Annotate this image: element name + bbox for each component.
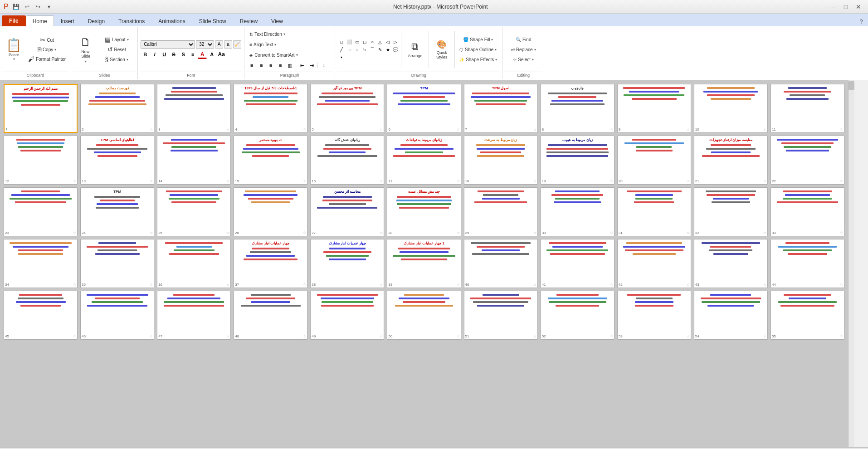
paste-button[interactable]: 📋 Paste ▾	[3, 35, 25, 64]
shape-callout[interactable]: 💬	[392, 46, 399, 53]
tab-design[interactable]: Design	[81, 15, 112, 26]
slide-thumb-40[interactable]: 40☆	[464, 239, 538, 288]
slide-thumb-38[interactable]: چهار عملیات انبار مشارک38☆	[310, 239, 384, 288]
slide-thumb-22[interactable]: 22☆	[770, 136, 844, 185]
slide-thumb-12[interactable]: 12☆	[4, 136, 78, 185]
slide-thumb-45[interactable]: 45☆	[4, 291, 78, 340]
shape-curve[interactable]: ⌒	[369, 46, 376, 53]
slide-thumb-18[interactable]: زیان مربوط به سرعت18☆	[464, 136, 538, 185]
slide-thumb-44[interactable]: 44☆	[770, 239, 844, 288]
copy-button[interactable]: ⎘ Copy ▾	[26, 45, 68, 54]
col-layout-button[interactable]: ▥	[285, 61, 294, 70]
slide-thumb-37[interactable]: چهار عملیات انبار مشارک37☆	[234, 239, 307, 288]
slide-thumb-47[interactable]: 47☆	[157, 291, 231, 340]
shape-rect2[interactable]: ⬜	[346, 38, 353, 45]
slide-thumb-20[interactable]: 20☆	[617, 136, 691, 185]
help-button[interactable]: ?	[856, 16, 866, 26]
shape-oval[interactable]: ○	[369, 38, 376, 45]
shape-more[interactable]: ▷	[392, 38, 399, 45]
text-direction-button[interactable]: ⇅ Text Direction ▾	[247, 29, 328, 39]
slide-thumb-17[interactable]: زیانهای مربوط به توقفات17☆	[387, 136, 461, 185]
reset-button[interactable]: ↺ Reset	[98, 45, 135, 54]
tab-review[interactable]: Review	[233, 15, 264, 26]
tab-insert[interactable]: Insert	[54, 15, 81, 26]
slide-thumb-11[interactable]: 11☆	[770, 84, 844, 133]
font-color-button[interactable]: A	[198, 50, 207, 59]
shape-double-arrow[interactable]: ↔	[353, 46, 361, 53]
slide-thumb-49[interactable]: 49☆	[310, 291, 384, 340]
slide-thumb-1[interactable]: بسم الله الرحمن الرحیم1	[4, 84, 78, 133]
slide-thumb-50[interactable]: 50☆	[387, 291, 461, 340]
tab-file[interactable]: File	[2, 15, 26, 26]
tab-slide-show[interactable]: Slide Show	[192, 15, 233, 26]
slide-thumb-23[interactable]: 23☆	[4, 187, 78, 236]
increase-indent-button[interactable]: ⇥	[307, 61, 316, 70]
save-button[interactable]: 💾	[11, 2, 21, 12]
line-spacing-button[interactable]: ↕	[319, 61, 328, 70]
slide-thumb-19[interactable]: زیان مربوط به عیوب19☆	[541, 136, 614, 185]
tab-view[interactable]: View	[264, 15, 290, 26]
minimize-button[interactable]: ─	[827, 2, 839, 11]
replace-button[interactable]: ⇄ Replace ▾	[505, 45, 541, 54]
slide-thumb-51[interactable]: 51☆	[464, 291, 538, 340]
slide-thumb-33[interactable]: 33☆	[770, 187, 844, 236]
slide-thumb-15[interactable]: 1- بهبود مستمر15☆	[234, 136, 307, 185]
arrange-button[interactable]: ⧉ Arrange	[403, 36, 427, 63]
slide-thumb-3[interactable]: 3☆	[157, 84, 231, 133]
slide-thumb-24[interactable]: TPM24☆	[80, 187, 154, 236]
format-painter-button[interactable]: 🖌 Format Painter	[26, 54, 68, 63]
font-name-select[interactable]: Calibri	[141, 40, 195, 49]
slide-thumb-13[interactable]: فعالیتهای اساسی TPM13☆	[80, 136, 154, 185]
align-text-button[interactable]: ≡ Align Text ▾	[247, 39, 328, 49]
align-center-button[interactable]: ≡	[257, 61, 266, 70]
slide-thumb-52[interactable]: 52☆	[541, 291, 614, 340]
slide-thumb-26[interactable]: 26☆	[234, 187, 307, 236]
layout-button[interactable]: ▤ Layout ▾	[98, 35, 135, 44]
slide-thumb-29[interactable]: 29☆	[464, 187, 538, 236]
shape-elbow[interactable]: ⤷	[361, 46, 368, 53]
slide-thumb-7[interactable]: اصول TPM7☆	[464, 84, 538, 133]
slide-thumb-53[interactable]: 53☆	[617, 291, 691, 340]
slide-thumb-43[interactable]: 43☆	[694, 239, 768, 288]
shape-tri[interactable]: △	[376, 38, 384, 45]
slide-thumb-2[interactable]: فهرست مطالب2☆	[80, 84, 154, 133]
shape-rect[interactable]: □	[338, 38, 345, 45]
shape-outline-button[interactable]: ⬡ Shape Outline ▾	[457, 45, 499, 54]
slide-thumb-55[interactable]: 55☆	[770, 291, 844, 340]
find-button[interactable]: 🔍 Find	[505, 35, 541, 44]
bold-button[interactable]: B	[141, 50, 150, 59]
customize-button[interactable]: ▾	[44, 2, 54, 12]
slide-thumb-16[interactable]: ریانهای شش گانه16☆	[310, 136, 384, 185]
convert-to-smartart-button[interactable]: ◈ Convert to SmartArt ▾	[247, 50, 328, 60]
slide-thumb-39[interactable]: 1 چهار عملیات انبار مشارک39☆	[387, 239, 461, 288]
slide-thumb-14[interactable]: 14☆	[157, 136, 231, 185]
align-left-button[interactable]: ≡	[247, 61, 256, 70]
slide-thumb-27[interactable]: محاسبه اثر محسن27☆	[310, 187, 384, 236]
decrease-indent-button[interactable]: ⇤	[297, 61, 307, 70]
font-size-decrease-button[interactable]: a	[224, 40, 232, 49]
shape-line[interactable]: ╱	[338, 46, 345, 53]
strikethrough-button[interactable]: S	[169, 50, 178, 59]
shape-effects-button[interactable]: ✨ Shape Effects ▾	[457, 55, 499, 64]
scroll-thumb[interactable]	[848, 81, 854, 90]
slide-thumb-30[interactable]: 30☆	[541, 187, 614, 236]
slide-thumb-4[interactable]: 1-اصطلاحات تا 5 قبل از سال 19794☆	[234, 84, 307, 133]
shape-freeform[interactable]: ✎	[376, 46, 384, 53]
scrollbar-right[interactable]	[848, 80, 854, 447]
select-button[interactable]: ⊹ Select ▾	[505, 55, 541, 64]
font-size-select[interactable]: 32	[196, 40, 214, 49]
underline-button[interactable]: U	[160, 50, 169, 59]
shape-more-btn[interactable]: ▾	[338, 54, 345, 61]
clear-format-button[interactable]: 🧹	[233, 40, 241, 49]
text-highlight-button[interactable]: A	[207, 50, 216, 59]
slide-thumb-9[interactable]: 9☆	[617, 84, 691, 133]
slide-thumb-48[interactable]: 48☆	[234, 291, 307, 340]
align-right-button[interactable]: ≡	[266, 61, 275, 70]
redo-button[interactable]: ↪	[33, 2, 43, 12]
shape-star[interactable]: ★	[384, 46, 391, 53]
slide-thumb-6[interactable]: TPM6☆	[387, 84, 461, 133]
cut-button[interactable]: ✂ Cut	[26, 35, 68, 44]
new-slide-button[interactable]: 🗋 NewSlide ▾	[74, 35, 98, 64]
slide-thumb-32[interactable]: 32☆	[694, 187, 768, 236]
tab-transitions[interactable]: Transitions	[112, 15, 151, 26]
